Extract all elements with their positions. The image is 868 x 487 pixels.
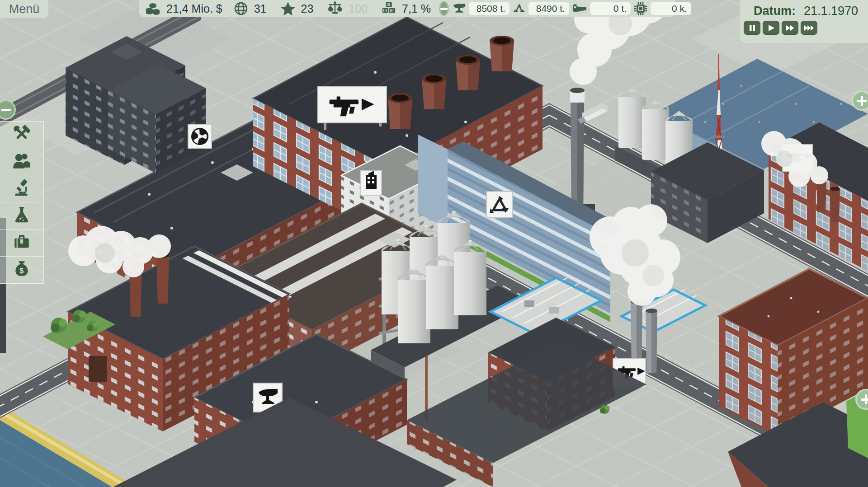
- money-value: 21,4 Mio. $: [166, 2, 222, 15]
- saw-icon: [572, 3, 587, 14]
- game-screen: Menü 0 21,4 Mio. $ 31 23 100: [0, 0, 868, 487]
- date-value: 21.1.1970: [804, 4, 858, 18]
- sidebar-item-laboratory[interactable]: [0, 202, 44, 229]
- fast-forward-button[interactable]: [782, 21, 798, 35]
- flask-icon: [12, 206, 31, 226]
- globe-value: 31: [254, 2, 267, 15]
- company-billboard-icon: [361, 171, 382, 195]
- microscope-icon: [12, 178, 31, 199]
- metal-stock-value: 8508 t.: [469, 2, 509, 15]
- coins-icon: [146, 2, 160, 15]
- anvil-icon: [453, 3, 466, 14]
- collapse-stats-button[interactable]: [439, 1, 449, 16]
- recycle-icon: [512, 2, 526, 15]
- fastest-forward-button[interactable]: [801, 21, 817, 35]
- containers-icon: [381, 1, 396, 16]
- people-icon: [12, 151, 31, 172]
- sidebar-item-staff[interactable]: [0, 148, 44, 175]
- star-icon: [280, 1, 296, 16]
- sidebar-item-business[interactable]: [0, 229, 44, 257]
- top-stats-bar: 21,4 Mio. $ 31 23 100 7,1 %: [139, 0, 675, 17]
- scales-icon: [327, 1, 343, 16]
- sidebar: $: [0, 121, 44, 284]
- sidebar-item-research[interactable]: [0, 175, 44, 202]
- briefcase-icon: [12, 233, 31, 253]
- wood-stock-value: 0 t.: [590, 2, 631, 15]
- svg-text:$: $: [20, 267, 24, 275]
- globe-icon: [233, 1, 249, 16]
- date-panel: Datum: 21.1.1970: [740, 0, 868, 43]
- scale-value: 100: [349, 2, 368, 15]
- play-button[interactable]: [763, 21, 779, 35]
- star-value: 23: [301, 2, 314, 15]
- chip-icon: [633, 1, 648, 16]
- chips-stock-value: 0 k.: [651, 2, 691, 15]
- game-map-viewport[interactable]: [0, 0, 868, 487]
- pause-button[interactable]: [744, 21, 760, 35]
- sidebar-item-construction[interactable]: [0, 121, 44, 148]
- zoom-in-button[interactable]: [852, 91, 868, 111]
- date-label: Datum:: [754, 4, 796, 18]
- menu-button[interactable]: Menü: [0, 0, 48, 18]
- money-bag-icon: $: [12, 260, 31, 281]
- production-rate-value: 7,1 %: [402, 2, 431, 15]
- sidebar-item-finances[interactable]: $: [0, 257, 44, 284]
- tools-icon: [12, 124, 31, 145]
- recycle-billboard-icon: [486, 192, 513, 218]
- recycled-stock-value: 8490 t.: [528, 2, 569, 15]
